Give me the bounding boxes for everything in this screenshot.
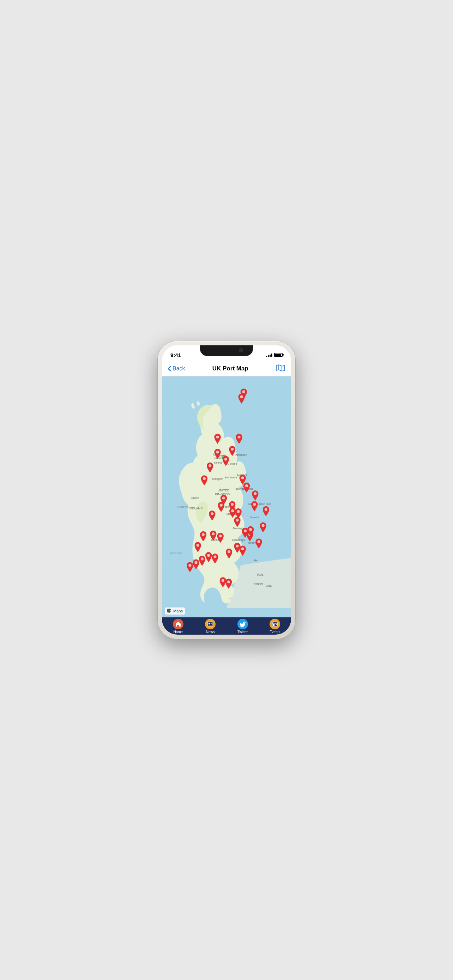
- svg-text:Craigavon: Craigavon: [177, 506, 188, 508]
- apple-logo-icon: [167, 609, 172, 614]
- tab-bar: Home News: [162, 617, 291, 635]
- svg-point-69: [231, 509, 234, 512]
- map-view-icon[interactable]: [275, 364, 285, 373]
- tab-home[interactable]: Home: [162, 618, 194, 635]
- map-background: North S IRELAND UNITED KINGDOM Craigavon…: [162, 376, 291, 617]
- svg-point-64: [188, 564, 191, 567]
- svg-point-61: [213, 555, 216, 558]
- svg-text:eltic Sea: eltic Sea: [170, 551, 183, 555]
- svg-rect-74: [211, 624, 212, 624]
- tab-news[interactable]: News: [194, 618, 227, 635]
- svg-point-65: [222, 579, 224, 582]
- maps-label: Maps: [173, 609, 183, 613]
- svg-point-68: [244, 530, 246, 532]
- map-area[interactable]: North S IRELAND UNITED KINGDOM Craigavon…: [162, 376, 291, 617]
- svg-point-34: [216, 436, 219, 439]
- svg-point-57: [236, 545, 238, 547]
- phone-frame: 9:41 Back: [158, 341, 295, 639]
- svg-point-35: [231, 448, 234, 450]
- events-icon: [272, 621, 278, 627]
- twitter-icon: [240, 621, 246, 627]
- svg-text:Rennes: Rennes: [253, 582, 263, 585]
- svg-rect-72: [208, 623, 210, 624]
- svg-point-66: [227, 580, 230, 583]
- svg-point-38: [208, 464, 211, 467]
- uk-map-svg: North S IRELAND UNITED KINGDOM Craigavon…: [162, 376, 291, 617]
- svg-point-60: [207, 554, 210, 557]
- svg-point-59: [227, 550, 230, 553]
- svg-rect-77: [272, 623, 277, 624]
- screen-content: Back UK Port Map: [162, 361, 291, 635]
- svg-text:IRELAND: IRELAND: [189, 507, 203, 510]
- svg-text:Dublin: Dublin: [191, 496, 199, 500]
- svg-point-36: [224, 458, 227, 461]
- svg-text:Aberdeen: Aberdeen: [235, 453, 247, 457]
- svg-point-55: [257, 541, 260, 543]
- back-button[interactable]: Back: [168, 366, 185, 372]
- news-icon-circle: [205, 619, 216, 629]
- twitter-icon-circle: [237, 619, 248, 629]
- svg-rect-81: [275, 624, 275, 625]
- svg-text:Dundee: Dundee: [227, 462, 237, 465]
- svg-point-50: [262, 524, 265, 527]
- page-title: UK Port Map: [212, 365, 248, 372]
- svg-point-37: [216, 450, 219, 453]
- svg-text:Cambridge: Cambridge: [232, 538, 245, 541]
- home-icon-circle: [173, 619, 183, 629]
- home-icon: [175, 621, 181, 627]
- svg-point-63: [195, 561, 197, 564]
- svg-point-42: [254, 492, 256, 495]
- notch: [200, 345, 253, 356]
- svg-point-33: [238, 436, 241, 439]
- svg-text:Legal: Legal: [266, 585, 272, 587]
- tab-events-label: Events: [270, 630, 280, 634]
- signal-icon: [266, 353, 272, 357]
- svg-rect-82: [276, 624, 277, 625]
- svg-rect-73: [211, 623, 212, 624]
- svg-point-70: [237, 510, 240, 513]
- svg-rect-83: [273, 625, 274, 626]
- svg-point-53: [219, 535, 222, 537]
- svg-rect-75: [208, 625, 212, 625]
- news-icon: [207, 621, 213, 627]
- svg-point-48: [211, 512, 213, 515]
- svg-point-67: [249, 528, 252, 531]
- svg-point-45: [220, 504, 223, 507]
- svg-point-47: [265, 508, 267, 511]
- svg-point-43: [222, 496, 225, 499]
- status-icons: [266, 353, 283, 357]
- svg-point-44: [231, 503, 234, 506]
- svg-text:Edinburgh: Edinburgh: [225, 476, 237, 479]
- svg-point-58: [241, 547, 244, 550]
- svg-point-32: [240, 395, 243, 398]
- map-icon: [275, 364, 285, 372]
- svg-text:Paris: Paris: [257, 573, 264, 576]
- svg-point-46: [253, 503, 256, 506]
- svg-rect-84: [275, 625, 275, 626]
- status-time: 9:41: [170, 352, 181, 358]
- camera: [239, 348, 243, 352]
- tab-events[interactable]: Events: [259, 618, 291, 635]
- svg-point-56: [197, 544, 199, 547]
- svg-point-62: [201, 557, 203, 560]
- tab-home-label: Home: [173, 630, 183, 634]
- maps-watermark: Maps: [165, 608, 185, 614]
- battery-icon: [274, 353, 283, 357]
- svg-text:Norwich: Norwich: [250, 516, 259, 519]
- events-icon-circle: [270, 619, 280, 629]
- svg-text:UNITED: UNITED: [218, 488, 230, 492]
- svg-text:Stirling: Stirling: [214, 461, 222, 464]
- svg-text:Lille: Lille: [253, 559, 257, 562]
- svg-point-31: [242, 391, 245, 393]
- svg-point-49: [236, 519, 238, 522]
- svg-text:Glasgow: Glasgow: [212, 477, 223, 480]
- svg-rect-79: [275, 621, 276, 622]
- svg-rect-80: [273, 624, 274, 625]
- svg-point-40: [241, 477, 244, 479]
- tab-twitter[interactable]: Twitter: [227, 618, 259, 635]
- svg-point-51: [202, 533, 205, 536]
- svg-point-41: [245, 484, 248, 487]
- nav-bar: Back UK Port Map: [162, 361, 291, 376]
- back-chevron-icon: [168, 366, 171, 371]
- svg-point-52: [212, 532, 215, 535]
